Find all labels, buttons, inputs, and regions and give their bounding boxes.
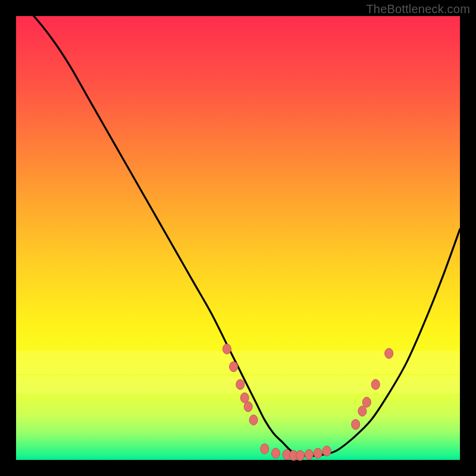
curve-marker [244,402,252,412]
watermark-text: TheBottleneck.com [366,2,470,16]
curve-marker [223,344,231,354]
curve-marker [296,450,304,461]
curve-marker [230,362,238,372]
curve-marker [358,406,367,416]
curve-marker [352,419,360,430]
chart-container: TheBottleneck.com [0,0,476,476]
curve-marker [371,380,380,390]
curve-marker [240,393,249,403]
curve-svg [16,16,460,460]
curve-marker [305,450,313,460]
curve-markers [223,344,393,461]
curve-marker [385,348,393,358]
curve-marker [322,446,331,456]
curve-marker [249,415,258,425]
curve-marker [236,380,245,390]
curve-marker [314,448,322,458]
curve-marker [362,397,371,408]
curve-marker [261,444,269,454]
plot-area [16,16,460,460]
curve-marker [271,448,280,458]
